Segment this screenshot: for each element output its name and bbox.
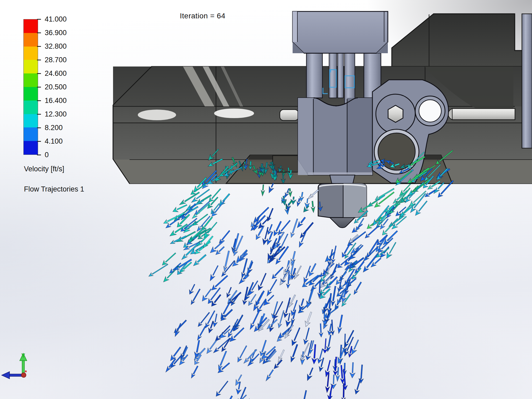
- velocity-arrow: [282, 297, 292, 318]
- velocity-arrow: [173, 319, 188, 334]
- velocity-arrow: [214, 380, 230, 398]
- legend-segment: [24, 127, 38, 141]
- velocity-arrow: [262, 293, 276, 307]
- tick-mark: [37, 114, 41, 115]
- legend-segment: [24, 33, 38, 47]
- legend-segment: [24, 60, 38, 73]
- legend-segment: [24, 101, 38, 114]
- velocity-arrow: [337, 314, 344, 334]
- velocity-arrow: [256, 272, 268, 291]
- velocity-arrow: [347, 233, 359, 245]
- velocity-arrow: [189, 288, 201, 305]
- tick-label: 36.900: [45, 29, 67, 37]
- legend-tick: 24.600: [38, 69, 67, 77]
- legend-tick: 16.400: [38, 97, 67, 105]
- specular-highlight: [138, 110, 176, 120]
- legend-tick: 20.500: [38, 83, 67, 91]
- legend-subtitle: Flow Trajectories 1: [24, 185, 84, 193]
- velocity-arrow: [378, 245, 391, 259]
- velocity-arrow: [271, 300, 285, 320]
- velocity-arrow: [413, 200, 429, 217]
- velocity-arrow: [230, 393, 248, 399]
- velocity-arrow: [192, 253, 207, 268]
- velocity-arrow: [242, 286, 250, 305]
- tick-mark: [37, 19, 41, 20]
- orientation-triad: Y: [0, 351, 47, 397]
- tick-mark: [37, 46, 41, 47]
- legend-tick: 8.200: [38, 124, 63, 132]
- tube-a: [329, 53, 337, 98]
- y-axis-label: Y: [21, 352, 25, 359]
- velocity-legend: 41.00036.90032.80028.70024.60020.50016.4…: [23, 19, 83, 155]
- velocity-arrow: [223, 395, 234, 399]
- velocity-arrow: [276, 233, 290, 255]
- specular-highlight: [214, 109, 254, 118]
- slide-rod-right: [452, 109, 515, 120]
- legend-tick: 28.700: [38, 56, 67, 64]
- velocity-arrow: [311, 344, 318, 364]
- legend-segment: [24, 141, 38, 155]
- tick-label: 41.000: [45, 15, 67, 23]
- cap-block: [293, 11, 388, 53]
- tube-b: [338, 53, 343, 98]
- velocity-arrow: [264, 369, 275, 382]
- velocity-arrow: [200, 287, 213, 303]
- velocity-arrow: [261, 185, 265, 196]
- legend-tick: 4.100: [38, 137, 63, 145]
- velocity-arrow: [298, 221, 315, 239]
- legend-color-bar: [23, 19, 38, 155]
- pillar-left: [306, 53, 322, 98]
- velocity-arrow: [265, 279, 279, 297]
- velocity-arrow: [388, 215, 404, 228]
- nozzle-tip: [330, 218, 355, 228]
- legend-tick: 41.000: [38, 15, 67, 23]
- tick-label: 12.300: [45, 110, 67, 118]
- legend-segment: [24, 19, 38, 33]
- x-axis-arrowhead: [2, 372, 10, 379]
- legend-segment: [24, 87, 38, 101]
- velocity-arrow: [180, 202, 197, 221]
- tick-mark: [37, 141, 41, 142]
- velocity-arrow: [352, 281, 363, 295]
- top-ring-hole: [419, 100, 441, 122]
- velocity-arrow: [223, 251, 231, 272]
- velocity-arrow: [289, 218, 299, 238]
- velocity-arrow: [190, 365, 199, 379]
- legend-segment: [24, 114, 38, 128]
- block-face-right: [347, 98, 372, 175]
- tick-mark: [37, 87, 41, 88]
- legend-tick: 32.800: [38, 42, 67, 50]
- velocity-arrow: [394, 186, 412, 207]
- flow-trajectory-arrows: [148, 147, 455, 399]
- cfd-viewport[interactable]: Iteration = 64 41.00036.90032.80028.7002…: [0, 0, 532, 399]
- velocity-arrow: [346, 230, 367, 248]
- velocity-arrow: [297, 298, 306, 312]
- legend-title: Velocity [ft/s]: [24, 165, 64, 173]
- velocity-arrow: [212, 313, 219, 327]
- nozzle-neck: [330, 175, 355, 184]
- velocity-arrow: [218, 230, 231, 244]
- tick-label: 16.400: [45, 97, 67, 105]
- plate-right-wall: [392, 14, 532, 66]
- z-axis-dot: [25, 371, 27, 372]
- tick-mark: [37, 60, 41, 60]
- legend-tick-labels: 41.00036.90032.80028.70024.60020.50016.4…: [38, 19, 83, 155]
- velocity-arrow: [205, 339, 218, 355]
- hex-socket: [388, 105, 403, 122]
- velocity-arrow: [251, 290, 266, 312]
- tick-label: 0: [45, 151, 49, 159]
- legend-tick: 36.900: [38, 29, 67, 37]
- velocity-arrow: [306, 189, 319, 201]
- origin-dot: [21, 373, 26, 377]
- velocity-arrow: [272, 359, 284, 370]
- velocity-arrow: [210, 199, 227, 218]
- velocity-arrow: [364, 224, 380, 240]
- velocity-arrow: [272, 221, 283, 237]
- velocity-arrow: [209, 293, 223, 308]
- velocity-arrow: [196, 325, 207, 341]
- tick-mark: [37, 32, 41, 33]
- velocity-arrow: [217, 350, 228, 371]
- tick-mark: [37, 73, 41, 74]
- velocity-arrow: [270, 266, 285, 280]
- velocity-arrow: [302, 327, 311, 345]
